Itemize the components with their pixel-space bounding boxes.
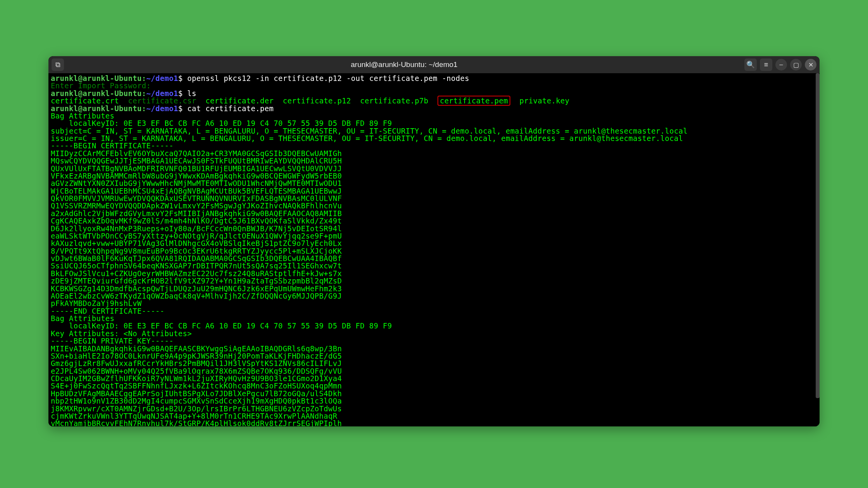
close-button[interactable]: ✕ — [805, 59, 816, 70]
minimize-button[interactable]: – — [775, 59, 787, 70]
command-1: openssl pkcs12 -in certificate.p12 -out … — [187, 74, 469, 82]
file-p12: certificate.p12 — [283, 96, 351, 105]
terminal-window: ⧉ arunkl@arunkl-Ubuntu: ~/demo1 🔍 ≡ – ▢ … — [48, 56, 820, 426]
close-icon: ✕ — [808, 61, 813, 69]
prompt-sep: : — [142, 104, 146, 113]
prompt-path: ~/demo1 — [146, 74, 178, 82]
new-tab-icon: ⧉ — [55, 61, 60, 69]
command-3: cat certificate.pem — [187, 104, 274, 113]
key-line: vMcnYamjbBRcvvFEhN7Rnvhul7k/StGRP/K4plHl… — [51, 419, 342, 426]
menu-icon: ≡ — [764, 61, 768, 69]
prompt-dollar: $ — [178, 104, 183, 113]
search-icon: 🔍 — [746, 60, 755, 69]
maximize-icon: ▢ — [793, 61, 799, 69]
file-pem-highlighted: certificate.pem — [437, 96, 510, 106]
file-key: private.key — [519, 96, 569, 105]
terminal-body[interactable]: arunkl@arunkl-Ubuntu:~/demo1$ openssl pk… — [48, 73, 820, 426]
menu-button[interactable]: ≡ — [760, 58, 772, 71]
title-bar: ⧉ arunkl@arunkl-Ubuntu: ~/demo1 🔍 ≡ – ▢ … — [48, 56, 820, 73]
file-p7b: certificate.p7b — [360, 96, 428, 105]
scrollbar[interactable] — [816, 73, 820, 398]
prompt-path: ~/demo1 — [146, 104, 178, 113]
minimize-icon: – — [780, 61, 783, 68]
maximize-button[interactable]: ▢ — [790, 59, 802, 70]
new-tab-button[interactable]: ⧉ — [52, 58, 64, 71]
search-button[interactable]: 🔍 — [744, 58, 757, 71]
prompt-dollar: $ — [178, 74, 183, 82]
window-title: arunkl@arunkl-Ubuntu: ~/demo1 — [64, 60, 744, 69]
